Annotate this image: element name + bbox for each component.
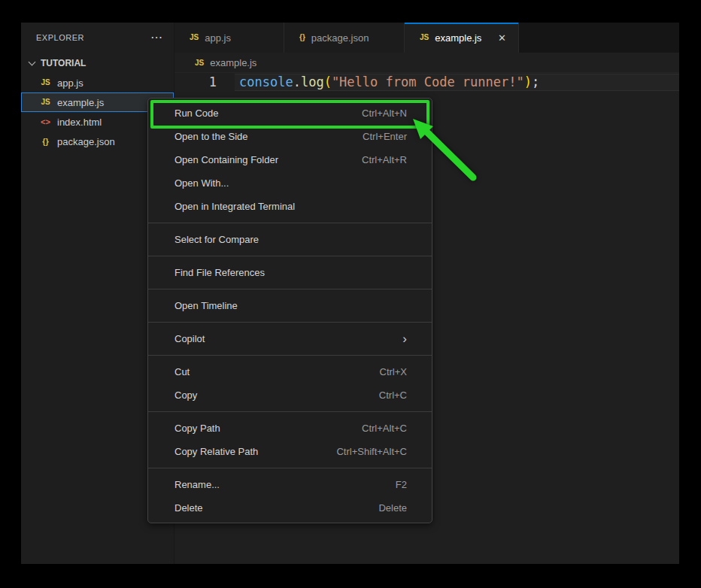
menu-item-copy-relative-path[interactable]: Copy Relative PathCtrl+Shift+Alt+C [148, 440, 432, 463]
menu-item-copilot[interactable]: Copilot› [148, 327, 432, 350]
close-icon[interactable]: ✕ [498, 32, 506, 44]
file-label: index.html [57, 117, 102, 128]
folder-tutorial[interactable]: TUTORIAL [21, 53, 174, 73]
menu-item-label: Rename... [174, 479, 220, 490]
js-file-icon: JS [39, 79, 52, 86]
tab-app.js[interactable]: JSapp.js [174, 23, 284, 53]
menu-item-find-file-references[interactable]: Find File References [148, 261, 432, 284]
tab-bar: JSapp.js{}package.jsonJSexample.js✕ [174, 23, 679, 53]
code-token: "Hello from Code runner!" [332, 74, 524, 89]
menu-item-label: Cut [174, 366, 190, 377]
menu-separator [148, 463, 432, 473]
file-label: example.js [57, 97, 104, 108]
js-file-icon: JS [420, 34, 429, 41]
file-label: app.js [57, 77, 83, 89]
menu-item-label: Run Code [174, 108, 219, 119]
explorer-title: EXPLORER [36, 33, 84, 42]
code-token: . [293, 74, 301, 89]
menu-item-shortcut: Ctrl+Enter [363, 131, 407, 142]
menu-separator [148, 317, 432, 327]
folder-label: TUTORIAL [41, 58, 86, 68]
context-menu: Run CodeCtrl+Alt+NOpen to the SideCtrl+E… [147, 98, 432, 523]
chevron-down-icon [29, 58, 36, 65]
menu-separator [148, 218, 432, 228]
menu-item-open-to-the-side[interactable]: Open to the SideCtrl+Enter [148, 125, 432, 148]
tab-label: example.js [435, 32, 481, 44]
more-actions-icon[interactable]: ⋯ [150, 32, 163, 44]
menu-item-copy[interactable]: CopyCtrl+C [148, 383, 432, 407]
line-number: 1 [174, 74, 217, 91]
file-item-app.js[interactable]: JSapp.js [21, 73, 174, 92]
menu-item-label: Copy Relative Path [174, 446, 258, 457]
tab-package.json[interactable]: {}package.json [284, 23, 405, 53]
menu-item-shortcut: Ctrl+Shift+Alt+C [336, 446, 407, 457]
menu-separator [148, 350, 432, 360]
js-file-icon: JS [39, 99, 52, 106]
menu-item-label: Open Containing Folder [174, 154, 278, 165]
menu-item-label: Delete [174, 502, 203, 514]
menu-item-copy-path[interactable]: Copy PathCtrl+Alt+C [148, 417, 432, 440]
json-file-icon: {} [39, 138, 52, 146]
code-token: console [239, 74, 293, 89]
menu-item-label: Copy Path [174, 423, 220, 434]
code-token: log [301, 74, 324, 89]
breadcrumb-file-label: example.js [210, 57, 256, 68]
menu-item-label: Copilot [174, 333, 205, 344]
submenu-arrow-icon: › [402, 332, 407, 345]
menu-item-select-for-compare[interactable]: Select for Compare [148, 228, 432, 251]
explorer-header: EXPLORER ⋯ [21, 23, 174, 53]
menu-item-shortcut: Delete [378, 502, 407, 514]
menu-item-label: Open Timeline [174, 300, 238, 311]
menu-item-open-timeline[interactable]: Open Timeline [148, 294, 432, 317]
menu-item-label: Open With... [174, 177, 229, 189]
json-file-icon: {} [299, 34, 305, 41]
menu-item-delete[interactable]: DeleteDelete [148, 496, 432, 520]
js-file-icon: JS [195, 59, 204, 67]
breadcrumb[interactable]: JS example.js [174, 53, 679, 73]
menu-item-label: Open in Integrated Terminal [174, 201, 295, 212]
menu-item-cut[interactable]: CutCtrl+X [148, 360, 432, 383]
menu-separator [148, 407, 432, 417]
menu-separator [148, 284, 432, 294]
tab-label: package.json [311, 32, 369, 44]
menu-item-run-code[interactable]: Run CodeCtrl+Alt+N [148, 102, 432, 125]
menu-item-shortcut: Ctrl+Alt+N [362, 108, 407, 119]
menu-item-open-in-integrated-terminal[interactable]: Open in Integrated Terminal [148, 195, 432, 218]
menu-item-label: Select for Compare [174, 234, 259, 245]
tab-example.js[interactable]: JSexample.js✕ [405, 23, 519, 53]
file-label: package.json [57, 136, 115, 147]
menu-item-label: Open to the Side [174, 131, 248, 142]
menu-item-label: Copy [174, 389, 197, 401]
code-line-row: 1 console.log("Hello from Code runner!")… [174, 74, 679, 91]
code-line-content: console.log("Hello from Code runner!"); [235, 74, 679, 91]
menu-item-shortcut: Ctrl+Alt+R [362, 154, 407, 165]
menu-item-open-with[interactable]: Open With... [148, 171, 432, 195]
html-file-icon: <> [39, 118, 52, 126]
js-file-icon: JS [190, 34, 199, 41]
menu-item-shortcut: F2 [396, 479, 407, 490]
menu-item-label: Find File References [174, 267, 265, 278]
code-token: ) [524, 74, 532, 89]
menu-item-shortcut: Ctrl+C [379, 389, 407, 401]
menu-item-rename[interactable]: Rename...F2 [148, 473, 432, 496]
code-token: ; [532, 74, 539, 89]
menu-item-shortcut: Ctrl+X [380, 366, 407, 377]
menu-item-shortcut: Ctrl+Alt+C [362, 423, 407, 434]
menu-separator [148, 251, 432, 261]
menu-item-open-containing-folder[interactable]: Open Containing FolderCtrl+Alt+R [148, 148, 432, 171]
code-token: ( [324, 74, 332, 89]
tab-label: app.js [205, 32, 231, 44]
